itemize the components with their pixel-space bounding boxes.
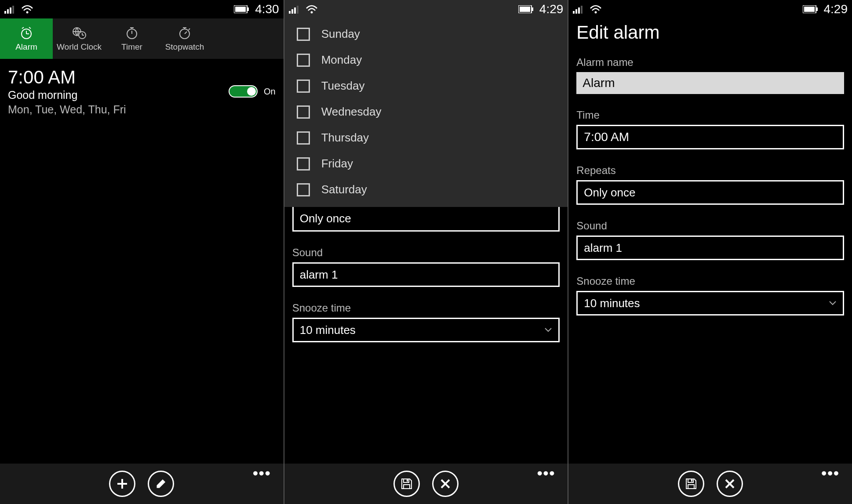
battery-icon <box>518 5 533 13</box>
checkbox-icon <box>297 105 310 119</box>
snooze-field: Snooze time 10 minutes <box>292 302 560 342</box>
alarm-item[interactable]: 7:00 AM Good morning Mon, Tue, Wed, Thu,… <box>8 67 276 116</box>
more-button[interactable]: ••• <box>253 471 271 475</box>
svg-rect-13 <box>289 11 291 14</box>
checkbox-icon <box>297 28 310 41</box>
svg-point-4 <box>26 11 29 14</box>
repeats-value: Only once <box>584 186 635 199</box>
add-button[interactable] <box>109 471 135 497</box>
svg-rect-15 <box>294 7 296 14</box>
repeats-select[interactable]: Only once <box>292 207 560 232</box>
alarm-list: 7:00 AM Good morning Mon, Tue, Wed, Thu,… <box>0 59 284 124</box>
screen-edit-alarm: 4:29 Edit alarm Alarm name Time 7:00 AM … <box>568 0 852 504</box>
chevron-down-icon <box>544 327 552 333</box>
day-label: Tuesday <box>321 79 365 93</box>
time-field: Time 7:00 AM <box>576 109 844 149</box>
status-bar: 4:30 <box>0 0 284 18</box>
day-option-sunday[interactable]: Sunday <box>284 21 568 47</box>
svg-rect-1 <box>7 9 9 14</box>
chevron-down-icon <box>829 301 837 306</box>
wifi-icon <box>306 5 318 14</box>
svg-rect-30 <box>691 479 692 482</box>
sound-select[interactable]: alarm 1 <box>576 236 844 260</box>
checkbox-icon <box>297 131 310 145</box>
time-value: 7:00 AM <box>584 130 629 144</box>
svg-rect-2 <box>10 7 11 14</box>
time-field-label: Time <box>576 109 844 121</box>
stopwatch-icon <box>178 25 191 40</box>
more-button[interactable]: ••• <box>821 471 840 475</box>
sound-field: Sound alarm 1 <box>292 247 560 287</box>
checkbox-icon <box>297 157 310 170</box>
alarm-time: 7:00 AM <box>8 67 126 88</box>
svg-rect-20 <box>520 7 530 12</box>
alarm-toggle-state: On <box>264 87 276 97</box>
snooze-field-label: Snooze time <box>292 302 560 314</box>
svg-point-17 <box>310 11 313 14</box>
battery-icon <box>803 5 818 13</box>
svg-rect-22 <box>573 11 575 14</box>
more-button[interactable]: ••• <box>537 471 556 475</box>
alarm-name-input[interactable] <box>576 72 844 94</box>
signal-icon <box>4 5 15 14</box>
sound-value: alarm 1 <box>584 241 622 255</box>
tab-label: Timer <box>121 42 142 52</box>
sound-field-label: Sound <box>576 220 844 232</box>
save-button[interactable] <box>678 471 704 497</box>
sound-select[interactable]: alarm 1 <box>292 262 560 287</box>
day-option-saturday[interactable]: Saturday <box>284 177 568 203</box>
cancel-button[interactable] <box>432 471 459 497</box>
tab-world-clock[interactable]: World Clock <box>53 18 106 59</box>
app-bar: ••• <box>284 464 568 504</box>
tab-timer[interactable]: Timer <box>106 18 158 59</box>
alarm-clock-icon <box>19 25 33 40</box>
day-label: Monday <box>321 53 362 67</box>
tab-label: Stopwatch <box>165 42 204 52</box>
svg-rect-19 <box>532 7 533 11</box>
cancel-button[interactable] <box>717 471 743 497</box>
alarm-label: Good morning <box>8 89 126 102</box>
alarm-toggle[interactable] <box>229 85 258 98</box>
screen-repeat-picker: 4:29 Sunday Monday Tuesday Wednesday Thu… <box>284 0 568 504</box>
signal-icon <box>289 5 299 14</box>
checkbox-icon <box>297 80 310 93</box>
svg-rect-0 <box>4 11 6 14</box>
snooze-select[interactable]: 10 minutes <box>576 291 844 315</box>
tab-label: Alarm <box>15 42 37 52</box>
repeats-select[interactable]: Only once <box>576 180 844 205</box>
tab-stopwatch[interactable]: Stopwatch <box>158 18 211 59</box>
status-bar: 4:29 <box>568 0 852 18</box>
time-select[interactable]: 7:00 AM <box>576 125 844 149</box>
snooze-select[interactable]: 10 minutes <box>292 318 560 342</box>
battery-icon <box>234 5 249 13</box>
snooze-value: 10 minutes <box>300 323 356 337</box>
svg-rect-14 <box>291 9 293 14</box>
save-button[interactable] <box>393 471 420 497</box>
day-label: Sunday <box>321 27 360 41</box>
sound-value: alarm 1 <box>300 268 338 282</box>
alarm-name-field: Alarm name <box>576 56 844 94</box>
checkbox-icon <box>297 54 310 67</box>
edit-button[interactable] <box>148 471 174 497</box>
timer-icon <box>125 25 138 40</box>
snooze-value: 10 minutes <box>584 297 640 310</box>
wifi-icon <box>21 5 33 14</box>
day-option-friday[interactable]: Friday <box>284 151 568 177</box>
day-option-monday[interactable]: Monday <box>284 47 568 73</box>
tab-alarm[interactable]: Alarm <box>0 18 53 59</box>
svg-rect-3 <box>12 6 14 14</box>
svg-rect-6 <box>247 7 249 11</box>
snooze-field-label: Snooze time <box>576 275 844 287</box>
day-option-tuesday[interactable]: Tuesday <box>284 73 568 99</box>
status-clock: 4:29 <box>824 2 848 16</box>
day-option-thursday[interactable]: Thursday <box>284 125 568 151</box>
svg-rect-29 <box>804 7 815 12</box>
day-option-wednesday[interactable]: Wednesday <box>284 99 568 125</box>
day-label: Saturday <box>321 183 367 196</box>
svg-rect-21 <box>407 479 408 482</box>
app-bar: ••• <box>568 464 852 504</box>
day-label: Wednesday <box>321 105 382 119</box>
repeats-field-label: Repeats <box>576 164 844 177</box>
nav-tabs: Alarm World Clock Timer Stopwatch <box>0 18 284 59</box>
checkbox-icon <box>297 183 310 196</box>
